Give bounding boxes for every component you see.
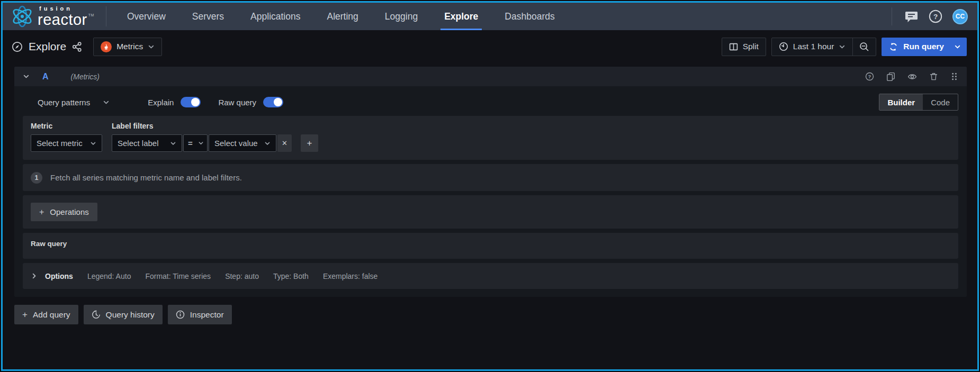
nav-item-servers[interactable]: Servers bbox=[179, 3, 237, 30]
trademark-mark: TM bbox=[88, 13, 94, 17]
query-editor-body: Query patterns Explain Raw query Builder… bbox=[14, 86, 967, 297]
add-operations-button[interactable]: + Operations bbox=[31, 203, 97, 221]
delete-query-trash-icon[interactable] bbox=[929, 72, 938, 81]
toggle-visibility-eye-icon[interactable] bbox=[907, 72, 917, 81]
chevron-down-icon bbox=[198, 140, 204, 146]
options-meta-exemplars: Exemplars: false bbox=[323, 272, 377, 280]
app-frame: fusion reactorTM Overview Servers Applic… bbox=[1, 1, 979, 371]
remove-filter-button[interactable]: ✕ bbox=[277, 134, 292, 152]
fusionreactor-logo[interactable]: fusion reactorTM bbox=[10, 4, 94, 29]
options-meta-legend: Legend: Auto bbox=[87, 272, 131, 280]
query-help-icon[interactable]: ? bbox=[865, 72, 874, 81]
explore-page-header: Explore Metrics bbox=[3, 30, 977, 63]
help-icon[interactable]: ? bbox=[928, 9, 943, 24]
time-range-label: Last 1 hour bbox=[793, 42, 834, 51]
inspector-label: Inspector bbox=[190, 310, 224, 320]
query-datasource-hint: (Metrics) bbox=[71, 72, 100, 81]
run-query-button[interactable]: Run query bbox=[882, 38, 951, 56]
run-query-label: Run query bbox=[903, 42, 944, 51]
nav-item-alerting[interactable]: Alerting bbox=[313, 3, 371, 30]
share-icon[interactable] bbox=[72, 42, 82, 52]
options-meta-type: Type: Both bbox=[273, 272, 309, 280]
prometheus-icon bbox=[101, 41, 112, 52]
chevron-right-icon[interactable] bbox=[31, 273, 38, 279]
query-patterns-dropdown[interactable]: Query patterns bbox=[38, 98, 110, 107]
code-mode-tab[interactable]: Code bbox=[923, 94, 958, 110]
select-label-value: Select label bbox=[118, 139, 159, 148]
explore-header-actions: Split Last 1 hour bbox=[722, 38, 967, 56]
datasource-label: Metrics bbox=[116, 42, 143, 51]
feedback-chat-icon[interactable] bbox=[904, 9, 919, 24]
add-query-label: Add query bbox=[33, 310, 70, 320]
nav-item-dashboards[interactable]: Dashboards bbox=[491, 3, 568, 30]
options-label: Options bbox=[45, 272, 73, 280]
chevron-down-icon bbox=[90, 140, 96, 147]
operator-dropdown[interactable]: = bbox=[183, 134, 208, 152]
add-query-button[interactable]: + Add query bbox=[14, 305, 78, 324]
select-value-dropdown[interactable]: Select value bbox=[209, 134, 276, 152]
time-range-group: Last 1 hour bbox=[771, 38, 877, 56]
logo-fusion-text: fusion bbox=[39, 6, 94, 12]
top-navbar: fusion reactorTM Overview Servers Applic… bbox=[3, 3, 977, 30]
select-label-dropdown[interactable]: Select label bbox=[112, 134, 182, 152]
explore-title-group: Explore Metrics bbox=[12, 38, 162, 56]
metric-builder-card: Metric Select metric Label filters bbox=[23, 116, 958, 160]
raw-query-card: Raw query bbox=[23, 233, 958, 259]
nav-item-logging[interactable]: Logging bbox=[372, 3, 431, 30]
query-history-button[interactable]: Query history bbox=[84, 305, 163, 324]
select-metric-dropdown[interactable]: Select metric bbox=[31, 134, 102, 152]
nav-item-applications[interactable]: Applications bbox=[237, 3, 313, 30]
operations-card: + Operations bbox=[23, 195, 958, 229]
drag-handle-icon[interactable] bbox=[950, 72, 958, 81]
query-patterns-label: Query patterns bbox=[38, 98, 90, 107]
nav-item-overview[interactable]: Overview bbox=[114, 3, 179, 30]
time-range-picker[interactable]: Last 1 hour bbox=[772, 38, 853, 56]
query-row-header[interactable]: A (Metrics) ? bbox=[14, 67, 967, 86]
query-ref-id: A bbox=[42, 72, 49, 81]
add-filter-button[interactable]: + bbox=[301, 134, 318, 152]
explain-toggle[interactable] bbox=[181, 97, 201, 107]
explain-step-text: Fetch all series matching metric name an… bbox=[50, 173, 242, 182]
compass-icon bbox=[12, 41, 23, 52]
label-filters-label: Label filters bbox=[112, 122, 318, 130]
query-editor-panel: A (Metrics) ? bbox=[14, 67, 967, 297]
raw-query-toggle[interactable] bbox=[263, 97, 283, 107]
explain-step-card: 1 Fetch all series matching metric name … bbox=[23, 164, 958, 191]
label-filter-row: Select label = bbox=[112, 134, 318, 152]
main-nav-menu: Overview Servers Applications Alerting L… bbox=[114, 3, 568, 30]
editor-mode-switch: Builder Code bbox=[879, 94, 958, 111]
datasource-picker[interactable]: Metrics bbox=[93, 38, 162, 56]
chevron-down-icon bbox=[148, 43, 155, 50]
run-query-dropdown-caret[interactable] bbox=[951, 38, 967, 56]
query-row-actions: ? bbox=[865, 72, 958, 81]
inspector-button[interactable]: Inspector bbox=[168, 305, 232, 324]
collapse-chevron-icon[interactable] bbox=[23, 73, 30, 80]
run-query-button-group: Run query bbox=[882, 38, 967, 56]
metric-field-label: Metric bbox=[31, 122, 102, 130]
logo-wordmark: fusion reactorTM bbox=[38, 6, 94, 28]
options-meta-step: Step: auto bbox=[225, 272, 259, 280]
split-button[interactable]: Split bbox=[722, 38, 766, 56]
operations-label: Operations bbox=[50, 207, 88, 216]
raw-query-section-label: Raw query bbox=[31, 240, 67, 248]
options-row[interactable]: Options Legend: Auto Format: Time series… bbox=[23, 263, 958, 289]
split-pane-icon bbox=[729, 42, 738, 51]
raw-query-toggle-group: Raw query bbox=[218, 97, 283, 107]
select-value-value: Select value bbox=[214, 139, 258, 148]
history-icon bbox=[92, 310, 101, 319]
explain-label: Explain bbox=[148, 98, 174, 107]
svg-text:?: ? bbox=[933, 13, 938, 21]
chevron-down-icon bbox=[264, 140, 271, 147]
builder-mode-tab[interactable]: Builder bbox=[879, 94, 923, 110]
navbar-right-group: ? CC bbox=[892, 7, 968, 25]
user-avatar[interactable]: CC bbox=[952, 9, 968, 24]
explore-footer-actions: + Add query Query history Inspec bbox=[14, 305, 967, 324]
operator-value: = bbox=[188, 139, 193, 148]
metric-field-group: Metric Select metric bbox=[31, 122, 102, 152]
chevron-down-icon bbox=[103, 99, 110, 106]
zoom-out-button[interactable] bbox=[853, 38, 876, 56]
nav-item-explore[interactable]: Explore bbox=[431, 3, 491, 30]
plus-icon: + bbox=[307, 138, 312, 149]
duplicate-query-icon[interactable] bbox=[886, 72, 895, 81]
builder-fields-row: Metric Select metric Label filters bbox=[31, 122, 950, 152]
